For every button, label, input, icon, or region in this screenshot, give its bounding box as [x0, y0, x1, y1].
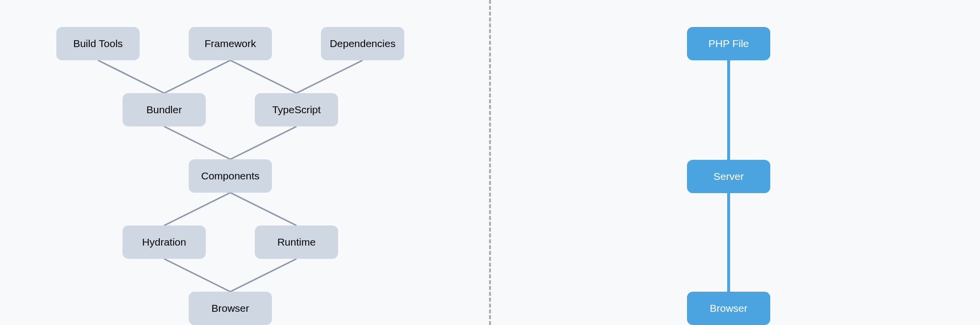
node-components: Components [189, 159, 272, 193]
node-server: Server [687, 160, 770, 193]
svg-line-7 [230, 193, 296, 225]
svg-line-4 [164, 126, 230, 159]
node-browser-right: Browser [687, 292, 770, 325]
svg-line-3 [296, 60, 363, 93]
svg-line-5 [230, 126, 296, 159]
node-build-tools: Build Tools [56, 27, 140, 60]
node-php-file: PHP File [687, 27, 770, 60]
svg-line-8 [164, 259, 230, 292]
svg-line-9 [230, 259, 296, 292]
left-diagram: Build Tools Framework Dependencies Bundl… [0, 0, 489, 325]
node-dependencies: Dependencies [321, 27, 404, 60]
svg-line-2 [230, 60, 296, 93]
node-hydration: Hydration [122, 225, 206, 259]
svg-line-1 [164, 60, 230, 93]
node-runtime: Runtime [255, 225, 338, 259]
diagram-container: Build Tools Framework Dependencies Bundl… [0, 0, 980, 325]
svg-line-0 [98, 60, 164, 93]
right-diagram: PHP File Server Browser [491, 0, 980, 325]
node-typescript: TypeScript [255, 93, 338, 126]
node-framework: Framework [189, 27, 272, 60]
node-bundler: Bundler [122, 93, 206, 126]
node-browser-left: Browser [189, 292, 272, 325]
svg-line-6 [164, 193, 230, 225]
